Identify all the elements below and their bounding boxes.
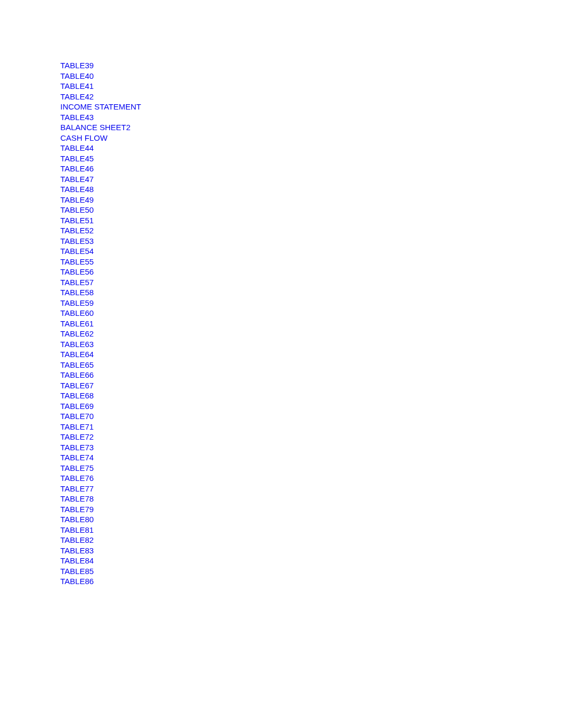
link-item[interactable]: TABLE63 bbox=[60, 339, 141, 350]
link-item[interactable]: TABLE73 bbox=[60, 442, 141, 453]
link-item[interactable]: TABLE45 bbox=[60, 153, 141, 164]
link-item[interactable]: TABLE58 bbox=[60, 287, 141, 298]
link-item[interactable]: TABLE77 bbox=[60, 484, 141, 494]
link-item[interactable]: TABLE68 bbox=[60, 390, 141, 401]
link-item[interactable]: TABLE69 bbox=[60, 401, 141, 412]
link-item[interactable]: TABLE81 bbox=[60, 525, 141, 535]
link-item[interactable]: CASH FLOW bbox=[60, 133, 141, 143]
link-item[interactable]: TABLE39 bbox=[60, 60, 141, 71]
link-item[interactable]: TABLE53 bbox=[60, 236, 141, 247]
link-item[interactable]: TABLE71 bbox=[60, 422, 141, 432]
link-item[interactable]: TABLE66 bbox=[60, 370, 141, 380]
link-item[interactable]: TABLE74 bbox=[60, 452, 141, 463]
link-item[interactable]: TABLE76 bbox=[60, 473, 141, 484]
link-item[interactable]: TABLE80 bbox=[60, 514, 141, 525]
link-item[interactable]: TABLE82 bbox=[60, 535, 141, 545]
link-item[interactable]: TABLE79 bbox=[60, 504, 141, 515]
link-list: TABLE39TABLE40TABLE41TABLE42INCOME STATE… bbox=[60, 60, 141, 587]
link-item[interactable]: TABLE59 bbox=[60, 298, 141, 308]
link-item[interactable]: TABLE84 bbox=[60, 556, 141, 566]
link-item[interactable]: TABLE54 bbox=[60, 246, 141, 257]
link-item[interactable]: INCOME STATEMENT bbox=[60, 102, 141, 112]
link-item[interactable]: TABLE75 bbox=[60, 463, 141, 474]
link-item[interactable]: TABLE83 bbox=[60, 545, 141, 556]
link-item[interactable]: TABLE43 bbox=[60, 112, 141, 123]
link-item[interactable]: TABLE52 bbox=[60, 225, 141, 236]
link-item[interactable]: TABLE47 bbox=[60, 174, 141, 185]
link-item[interactable]: TABLE40 bbox=[60, 71, 141, 81]
link-item[interactable]: TABLE41 bbox=[60, 81, 141, 92]
link-item[interactable]: TABLE64 bbox=[60, 349, 141, 360]
link-item[interactable]: TABLE86 bbox=[60, 576, 141, 587]
link-item[interactable]: TABLE60 bbox=[60, 308, 141, 319]
link-item[interactable]: TABLE78 bbox=[60, 494, 141, 504]
link-item[interactable]: TABLE70 bbox=[60, 411, 141, 422]
link-item[interactable]: TABLE61 bbox=[60, 319, 141, 329]
link-item[interactable]: TABLE42 bbox=[60, 92, 141, 102]
link-item[interactable]: TABLE67 bbox=[60, 380, 141, 391]
link-item[interactable]: TABLE62 bbox=[60, 329, 141, 339]
link-item[interactable]: TABLE56 bbox=[60, 267, 141, 277]
link-item[interactable]: TABLE51 bbox=[60, 215, 141, 226]
link-item[interactable]: TABLE44 bbox=[60, 143, 141, 153]
link-item[interactable]: TABLE48 bbox=[60, 184, 141, 195]
link-item[interactable]: TABLE65 bbox=[60, 360, 141, 370]
link-item[interactable]: TABLE49 bbox=[60, 195, 141, 205]
link-item[interactable]: BALANCE SHEET2 bbox=[60, 122, 141, 133]
link-item[interactable]: TABLE50 bbox=[60, 205, 141, 215]
link-item[interactable]: TABLE46 bbox=[60, 163, 141, 174]
link-item[interactable]: TABLE57 bbox=[60, 277, 141, 288]
link-item[interactable]: TABLE55 bbox=[60, 257, 141, 267]
link-item[interactable]: TABLE72 bbox=[60, 432, 141, 442]
link-item[interactable]: TABLE85 bbox=[60, 566, 141, 577]
